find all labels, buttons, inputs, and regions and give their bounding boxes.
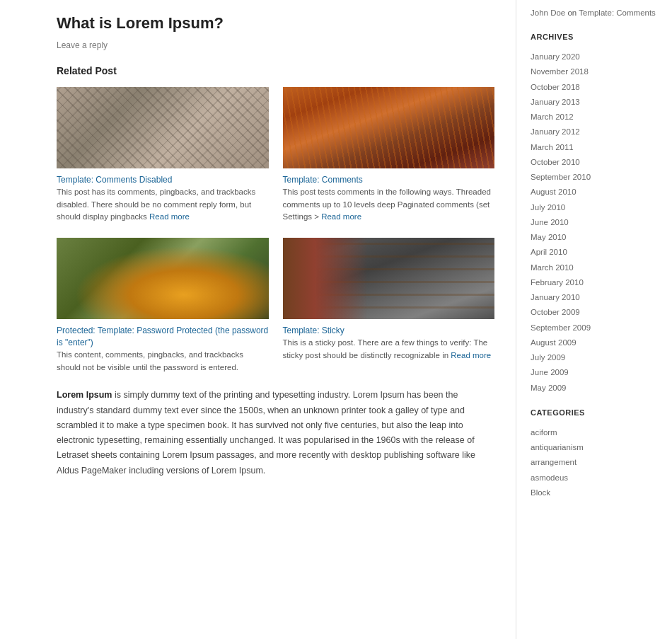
archive-jan-2010[interactable]: January 2010 (531, 292, 658, 304)
archive-jun-2010[interactable]: June 2010 (531, 217, 658, 229)
related-post-heading: Related Post (57, 65, 494, 76)
archive-jan-2020[interactable]: January 2020 (531, 51, 658, 63)
post-title-comments[interactable]: Template: Comments (283, 175, 363, 185)
archive-jan-2013[interactable]: January 2013 (531, 96, 658, 108)
sidebar-comment-post[interactable]: Template: Comments (579, 8, 656, 17)
archive-mar-2012[interactable]: March 2012 (531, 111, 658, 123)
archive-mar-2011[interactable]: March 2011 (531, 142, 658, 154)
sidebar-categories-section: CATEGORIES aciform antiquarianism arrang… (531, 408, 658, 499)
page-title: What is Lorem Ipsum? (57, 14, 494, 33)
sidebar: John Doe on Template: Comments ARCHIVES … (516, 0, 672, 639)
read-more-sticky[interactable]: Read more (451, 351, 491, 359)
sidebar-comment-on: on (567, 8, 579, 17)
post-excerpt-comments-disabled: This post has its comments, pingbacks, a… (57, 186, 269, 224)
post-title-sticky[interactable]: Template: Sticky (283, 326, 344, 335)
leave-reply-link[interactable]: Leave a reply (57, 40, 108, 50)
archive-oct-2009[interactable]: October 2009 (531, 306, 658, 318)
archive-oct-2010[interactable]: October 2010 (531, 156, 658, 168)
archive-sep-2010[interactable]: September 2010 (531, 171, 658, 183)
read-more-comments[interactable]: Read more (321, 212, 361, 221)
post-card-sticky: Template: Sticky This is a sticky post. … (283, 238, 495, 374)
archive-jul-2009[interactable]: July 2009 (531, 352, 658, 364)
post-image-protected (57, 238, 269, 319)
categories-heading: CATEGORIES (531, 408, 658, 420)
leave-reply[interactable]: Leave a reply (57, 40, 494, 51)
post-excerpt-sticky: This is a sticky post. There are a few t… (283, 337, 495, 362)
post-card-comments-disabled: Template: Comments Disabled This post ha… (57, 87, 269, 224)
related-posts-grid: Template: Comments Disabled This post ha… (57, 87, 494, 374)
archives-list: January 2020 November 2018 October 2018 … (531, 51, 658, 394)
lorem-bold: Lorem Ipsum (57, 390, 112, 400)
post-card-comments: Template: Comments This post tests comme… (283, 87, 495, 224)
archive-apr-2010[interactable]: April 2010 (531, 246, 658, 258)
archive-oct-2018[interactable]: October 2018 (531, 81, 658, 93)
category-block[interactable]: Block (531, 487, 658, 499)
archive-aug-2009[interactable]: August 2009 (531, 337, 658, 349)
post-card-protected: Protected: Template: Password Protected … (57, 238, 269, 374)
post-excerpt-protected: This content, comments, pingbacks, and t… (57, 349, 269, 374)
sidebar-archives-section: ARCHIVES January 2020 November 2018 Octo… (531, 33, 658, 394)
lorem-rest: is simply dummy text of the printing and… (57, 390, 475, 475)
archive-may-2009[interactable]: May 2009 (531, 382, 658, 394)
sidebar-comment-item: John Doe on Template: Comments (531, 7, 658, 18)
archive-jan-2012[interactable]: January 2012 (531, 126, 658, 138)
read-more-comments-disabled[interactable]: Read more (149, 212, 190, 221)
archive-jun-2009[interactable]: June 2009 (531, 367, 658, 379)
archive-sep-2009[interactable]: September 2009 (531, 322, 658, 334)
post-image-sticky (283, 238, 495, 319)
archive-aug-2010[interactable]: August 2010 (531, 186, 658, 198)
sidebar-recent-comments: John Doe on Template: Comments (531, 7, 658, 18)
archive-jul-2010[interactable]: July 2010 (531, 202, 658, 214)
post-image-bicycle (57, 87, 269, 168)
archives-heading: ARCHIVES (531, 33, 658, 44)
lorem-ipsum-section: Lorem Ipsum is simply dummy text of the … (57, 388, 494, 478)
post-excerpt-comments: This post tests comments in the followin… (283, 186, 495, 224)
main-content: What is Lorem Ipsum? Leave a reply Relat… (0, 0, 516, 639)
categories-list: aciform antiquarianism arrangement asmod… (531, 427, 658, 499)
archive-nov-2018[interactable]: November 2018 (531, 66, 658, 78)
post-title-protected[interactable]: Protected: Template: Password Protected … (57, 326, 268, 347)
category-aciform[interactable]: aciform (531, 427, 658, 439)
category-asmodeus[interactable]: asmodeus (531, 472, 658, 484)
category-antiquarianism[interactable]: antiquarianism (531, 442, 658, 454)
post-title-comments-disabled[interactable]: Template: Comments Disabled (57, 175, 172, 185)
post-image-comments (283, 87, 495, 168)
category-arrangement[interactable]: arrangement (531, 456, 658, 468)
archive-may-2010[interactable]: May 2010 (531, 231, 658, 243)
archive-feb-2010[interactable]: February 2010 (531, 277, 658, 289)
sidebar-comment-author[interactable]: John Doe (531, 8, 565, 17)
archive-mar-2010[interactable]: March 2010 (531, 262, 658, 274)
